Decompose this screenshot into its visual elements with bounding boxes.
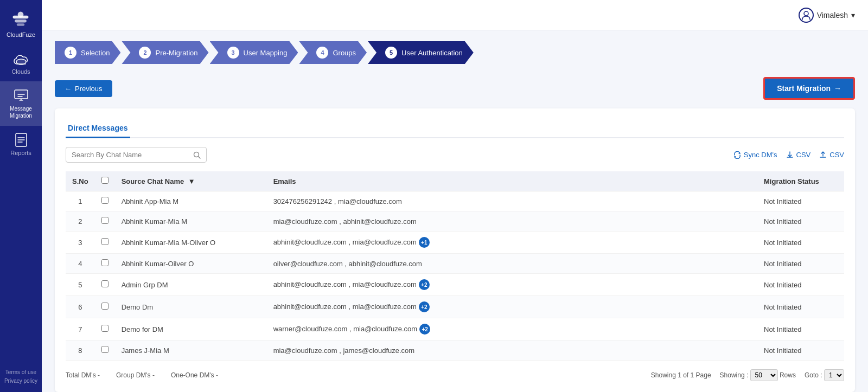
- cell-checkbox[interactable]: [95, 191, 115, 211]
- table-row: 4 Abhinit Kumar-Oilver O oilver@cloudfuz…: [66, 254, 844, 274]
- svg-point-3: [18, 12, 24, 18]
- table-row: 2 Abhinit Kumar-Mia M mia@cloudfuze.com …: [66, 211, 844, 232]
- cell-sno: 5: [66, 274, 95, 296]
- table-row: 1 Abhinit App-Mia M 302476256291242 , mi…: [66, 191, 844, 211]
- terms-of-use-link[interactable]: Terms of use: [4, 368, 37, 377]
- step-1-selection[interactable]: 1 Selection: [55, 41, 120, 64]
- row-checkbox[interactable]: [101, 238, 108, 245]
- cell-migration-status: Not Initiated: [757, 296, 844, 318]
- step-5-number: 5: [385, 47, 397, 59]
- cell-checkbox[interactable]: [95, 254, 115, 274]
- extra-emails-badge: +2: [419, 279, 430, 290]
- row-checkbox[interactable]: [101, 346, 108, 353]
- row-checkbox[interactable]: [101, 303, 108, 310]
- step-2-pre-migration[interactable]: 2 Pre-Migration: [122, 41, 208, 64]
- previous-arrow-icon: ←: [65, 85, 72, 93]
- step-4-groups[interactable]: 4 Groups: [299, 41, 367, 64]
- tab-direct-messages[interactable]: Direct Messages: [66, 119, 130, 138]
- topbar: Vimalesh ▾: [42, 0, 868, 30]
- cell-emails: mia@cloudfuze.com , james@cloudfuze.com: [267, 340, 757, 361]
- upload-csv-button[interactable]: CSV: [819, 151, 844, 159]
- goto-page-select[interactable]: 1: [824, 369, 844, 381]
- sidebar-item-reports[interactable]: Reports: [0, 126, 42, 163]
- app-name: CloudFuze: [7, 31, 35, 38]
- dm-table: S.No Source Chat Name ▼ Emails Migration…: [66, 171, 844, 361]
- table-row: 3 Abhinit Kumar-Mia M-Oilver O abhinit@c…: [66, 232, 844, 254]
- tools-row: Sync DM's CSV CSV: [66, 147, 844, 163]
- user-dropdown-arrow: ▾: [851, 11, 855, 20]
- svg-point-4: [16, 59, 26, 65]
- cell-migration-status: Not Initiated: [757, 254, 844, 274]
- tools-right: Sync DM's CSV CSV: [733, 151, 844, 159]
- cell-sno: 2: [66, 211, 95, 232]
- cell-checkbox[interactable]: [95, 232, 115, 254]
- table-row: 8 James J-Mia M mia@cloudfuze.com , jame…: [66, 340, 844, 361]
- cell-migration-status: Not Initiated: [757, 191, 844, 211]
- svg-rect-1: [15, 20, 27, 22]
- cell-sno: 3: [66, 232, 95, 254]
- col-header-status: Migration Status: [757, 171, 844, 191]
- cell-emails: 302476256291242 , mia@cloudfuze.com: [267, 191, 757, 211]
- cell-checkbox[interactable]: [95, 211, 115, 232]
- one-one-dms: One-One DM's -: [171, 371, 218, 379]
- sync-icon: [733, 151, 741, 159]
- message-migration-label: Message Migration: [2, 105, 40, 119]
- download-csv-button[interactable]: CSV: [786, 151, 811, 159]
- reports-icon: [14, 132, 29, 147]
- cell-source-name: Abhinit App-Mia M: [115, 191, 267, 211]
- cell-sno: 6: [66, 296, 95, 318]
- upload-csv-label: CSV: [829, 151, 844, 159]
- extra-emails-badge: +1: [419, 237, 430, 248]
- cell-emails: warner@cloudfuze.com , mia@cloudfuze.com…: [267, 318, 757, 340]
- step-1-number: 1: [65, 47, 76, 59]
- rows-label: Showing : 10 25 50 100 Rows: [720, 369, 796, 381]
- cell-checkbox[interactable]: [95, 340, 115, 361]
- step-2-label: Pre-Migration: [155, 49, 197, 57]
- cell-checkbox[interactable]: [95, 296, 115, 318]
- step-5-user-authentication[interactable]: 5 User Authentication: [368, 41, 474, 64]
- cell-sno: 1: [66, 191, 95, 211]
- svg-rect-2: [17, 23, 24, 26]
- table-row: 6 Demo Dm abhinit@cloudfuze.com , mia@cl…: [66, 296, 844, 318]
- stepper: 1 Selection 2 Pre-Migration 3 User Mappi…: [55, 41, 855, 64]
- row-checkbox[interactable]: [101, 197, 108, 204]
- cell-checkbox[interactable]: [95, 318, 115, 340]
- extra-emails-badge: +2: [419, 301, 430, 312]
- step-5-label: User Authentication: [401, 49, 463, 57]
- cell-source-name: Abhinit Kumar-Mia M-Oilver O: [115, 232, 267, 254]
- sync-dms-button[interactable]: Sync DM's: [733, 151, 777, 159]
- rows-per-page-select[interactable]: 10 25 50 100: [750, 369, 778, 381]
- start-migration-button[interactable]: Start Migration →: [763, 77, 855, 100]
- user-menu[interactable]: Vimalesh ▾: [799, 8, 855, 23]
- row-checkbox[interactable]: [101, 217, 108, 224]
- previous-button[interactable]: ← Previous: [55, 80, 112, 97]
- sidebar-item-clouds[interactable]: Clouds: [0, 48, 42, 81]
- table-row: 5 Admin Grp DM abhinit@cloudfuze.com , m…: [66, 274, 844, 296]
- step-4-label: Groups: [333, 49, 356, 57]
- sidebar-logo[interactable]: CloudFuze: [4, 5, 37, 42]
- cell-source-name: Demo Dm: [115, 296, 267, 318]
- cell-migration-status: Not Initiated: [757, 318, 844, 340]
- sidebar-item-message-migration[interactable]: Message Migration: [0, 81, 42, 126]
- cell-emails: abhinit@cloudfuze.com , mia@cloudfuze.co…: [267, 274, 757, 296]
- step-3-user-mapping[interactable]: 3 User Mapping: [210, 41, 298, 64]
- search-box[interactable]: [66, 147, 207, 163]
- cell-migration-status: Not Initiated: [757, 340, 844, 361]
- cell-source-name: Abhinit Kumar-Mia M: [115, 211, 267, 232]
- user-name: Vimalesh: [817, 11, 848, 20]
- filter-icon[interactable]: ▼: [188, 177, 195, 185]
- search-input[interactable]: [72, 151, 193, 159]
- privacy-policy-link[interactable]: Privacy policy: [4, 377, 37, 385]
- tab-bar: Direct Messages: [66, 119, 844, 138]
- row-checkbox[interactable]: [101, 325, 108, 332]
- cell-checkbox[interactable]: [95, 274, 115, 296]
- sidebar-footer[interactable]: Terms of use Privacy policy: [4, 368, 37, 385]
- step-3-label: User Mapping: [244, 49, 288, 57]
- cell-source-name: James J-Mia M: [115, 340, 267, 361]
- download-csv-label: CSV: [796, 151, 811, 159]
- cell-sno: 7: [66, 318, 95, 340]
- cell-sno: 4: [66, 254, 95, 274]
- row-checkbox[interactable]: [101, 280, 108, 287]
- select-all-checkbox[interactable]: [101, 177, 108, 184]
- row-checkbox[interactable]: [101, 259, 108, 266]
